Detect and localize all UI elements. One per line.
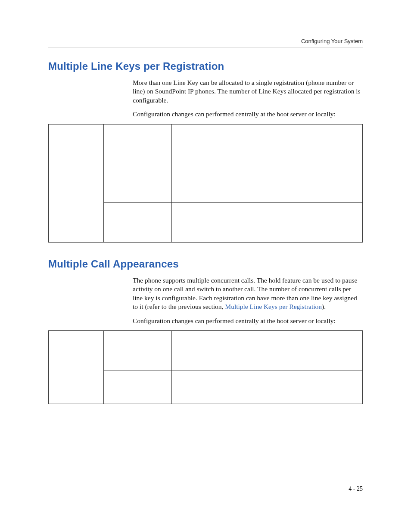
heading-multiple-call-appearances: Multiple Call Appearances <box>48 258 363 270</box>
heading-multiple-line-keys: Multiple Line Keys per Registration <box>48 60 363 72</box>
table-cell <box>49 124 104 145</box>
section-multiple-line-keys: Multiple Line Keys per Registration More… <box>48 60 363 243</box>
para-s2-1b: ). <box>322 303 326 310</box>
table-cell <box>49 145 104 242</box>
config-table-2 <box>48 330 363 404</box>
table-cell <box>104 370 172 404</box>
table-cell <box>104 331 172 370</box>
config-table-1 <box>48 124 363 243</box>
header-rule <box>48 47 363 47</box>
table-row <box>49 124 363 145</box>
page-number: 4 - 25 <box>349 485 363 492</box>
para-s1-1: More than one Line Key can be allocated … <box>133 78 362 105</box>
xref-multiple-line-keys[interactable]: Multiple Line Keys per Registration <box>225 303 322 310</box>
table-cell <box>104 202 172 242</box>
table-cell <box>104 124 172 145</box>
table-cell <box>104 145 172 202</box>
table-cell <box>172 331 363 370</box>
table-cell <box>172 124 363 145</box>
table-cell <box>172 370 363 404</box>
table-row <box>49 331 363 370</box>
table-cell <box>172 202 363 242</box>
running-head: Configuring Your System <box>48 38 363 44</box>
table-cell <box>49 331 104 404</box>
para-s2-1: The phone supports multiple concurrent c… <box>133 276 362 311</box>
table-row <box>49 145 363 202</box>
section-multiple-call-appearances: Multiple Call Appearances The phone supp… <box>48 258 363 404</box>
body-column-1: More than one Line Key can be allocated … <box>133 78 362 119</box>
page: Configuring Your System Multiple Line Ke… <box>0 0 411 532</box>
para-s2-2: Configuration changes can performed cent… <box>133 317 362 325</box>
para-s1-2: Configuration changes can performed cent… <box>133 110 362 118</box>
body-column-2: The phone supports multiple concurrent c… <box>133 276 362 325</box>
table-cell <box>172 145 363 202</box>
